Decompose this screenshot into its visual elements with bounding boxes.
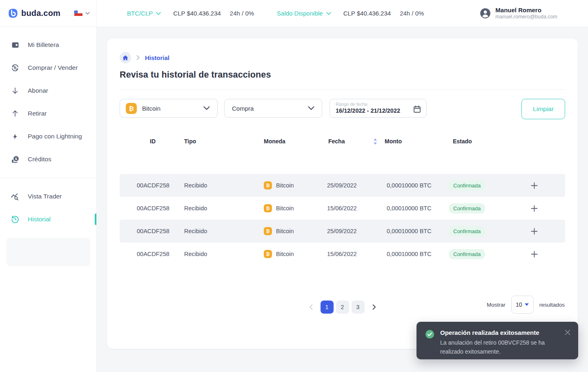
cell-moneda: ₿ Bitcoin <box>264 250 327 258</box>
sidebar-item-vista-trader[interactable]: Vista Trader <box>0 185 96 208</box>
sidebar-item-label: Comprar / Vender <box>28 64 78 71</box>
expand-row-button[interactable] <box>529 249 539 259</box>
sidebar-item-label: Abonar <box>28 87 48 94</box>
chevron-down-icon <box>203 106 210 110</box>
expand-row-button[interactable] <box>529 203 539 214</box>
status-badge: Confirmada <box>449 203 485 214</box>
pagination: 123 Mostrar 10 resultados <box>120 296 565 314</box>
plus-icon <box>531 228 538 235</box>
toast-title: Operación realizada exitosamente <box>440 329 560 337</box>
column-header-id: ID <box>120 138 184 145</box>
sidebar-item-label: Créditos <box>28 156 51 163</box>
sidebar-item-abonar[interactable]: Abonar <box>0 79 96 102</box>
user-email: manuel.romero@buda.com <box>495 14 557 20</box>
cell-estado: Confirmada <box>449 203 528 214</box>
page-size-value: 10 <box>516 301 522 308</box>
arrow-up-icon <box>11 109 19 118</box>
sidebar-item-label: Pago con Lightning <box>28 133 82 140</box>
cell-id: 00ACDF258 <box>120 182 184 189</box>
cell-estado: Confirmada <box>449 180 528 191</box>
buy-sell-exchange-icon: B <box>11 63 20 72</box>
brand[interactable]: buda.com <box>0 0 97 27</box>
cell-tipo: Recibido <box>184 182 264 189</box>
table-row[interactable]: 00ACDF258 Recibido ₿ Bitcoin 25/09/2022 … <box>120 220 565 243</box>
transaction-type-select[interactable]: Compra <box>224 99 322 118</box>
sidebar-item-label: Historial <box>28 216 51 223</box>
breadcrumb: Historial <box>120 52 565 63</box>
filters-bar: ₿ Bitcoin Compra Rango de fecha 16/12/20… <box>120 99 565 119</box>
page-size-select[interactable]: 10 <box>511 296 534 314</box>
title-divider <box>120 89 565 90</box>
sidebar-item-pago-lightning[interactable]: Pago con Lightning <box>0 125 96 148</box>
sidebar: Mi Billetera B Comprar / Vender Abonar R… <box>0 27 97 372</box>
user-menu[interactable]: Manuel Romero manuel.romero@buda.com <box>480 0 557 27</box>
home-icon <box>122 55 128 60</box>
plus-icon <box>531 182 538 189</box>
close-icon <box>564 329 571 336</box>
balance-selector[interactable]: Saldo Disponible <box>277 10 331 17</box>
chevron-right-icon <box>136 55 140 60</box>
previous-page-button[interactable] <box>306 303 316 312</box>
type-select-value: Compra <box>232 105 254 112</box>
page-button-1[interactable]: 1 <box>321 301 334 314</box>
cell-moneda-label: Bitcoin <box>276 228 294 234</box>
chevron-right-icon <box>372 304 376 310</box>
breadcrumb-current[interactable]: Historial <box>145 54 169 61</box>
breadcrumb-home[interactable] <box>120 52 131 63</box>
brand-text: buda.com <box>21 9 60 18</box>
credits-icon: $ <box>11 155 20 164</box>
date-range-value: 16/12/2022 - 21/12/2022 <box>336 107 400 115</box>
table-row[interactable]: 00ACDF258 Recibido ₿ Bitcoin 15/06/2022 … <box>120 197 565 220</box>
clear-filters-button[interactable]: Limpiar <box>521 99 565 119</box>
cell-moneda-label: Bitcoin <box>276 205 294 212</box>
expand-row-button[interactable] <box>529 180 539 191</box>
bitcoin-icon: ₿ <box>264 250 272 258</box>
sidebar-item-historial[interactable]: Historial <box>0 208 96 231</box>
table-header: ID Tipo Moneda Fecha Monto Estado <box>120 134 565 149</box>
pair-price: CLP $40.436.234 <box>173 10 221 17</box>
balance-value: CLP $40.436.234 <box>343 10 391 17</box>
sidebar-item-label: Vista Trader <box>28 193 62 200</box>
column-header-tipo: Tipo <box>184 138 264 145</box>
locale-selector[interactable] <box>74 11 90 16</box>
chevron-down-icon <box>308 106 314 110</box>
market-ticker: BTC/CLP CLP $40.436.234 24h / 0% Saldo D… <box>127 0 424 27</box>
pair-change: 24h / 0% <box>230 10 254 17</box>
buda-logo-icon <box>7 8 18 19</box>
status-badge: Confirmada <box>449 226 485 236</box>
date-range-input[interactable]: Rango de fecha 16/12/2022 - 21/12/2022 <box>330 99 427 118</box>
table-row[interactable]: 00ACDF258 Recibido ₿ Bitcoin 15/06/2022 … <box>120 243 565 265</box>
page-button-3[interactable]: 3 <box>352 301 365 314</box>
cell-tipo: Recibido <box>184 251 264 257</box>
plus-icon <box>531 205 538 212</box>
table-row[interactable]: 00ACDF258 Recibido ₿ Bitcoin 25/09/2022 … <box>120 174 565 197</box>
page-button-2[interactable]: 2 <box>336 301 349 314</box>
page-title: Revisa tu historial de transacciones <box>120 70 565 80</box>
chevron-down-icon <box>156 12 161 15</box>
pair-selector[interactable]: BTC/CLP <box>127 10 161 17</box>
next-page-button[interactable] <box>369 303 379 312</box>
cell-monto: 0,00010000 BTC <box>385 205 449 212</box>
results-label: resultados <box>539 302 565 308</box>
chevron-down-icon <box>326 12 331 15</box>
sort-icon[interactable] <box>373 138 385 145</box>
column-header-moneda: Moneda <box>264 138 327 145</box>
date-range-label: Rango de fecha <box>336 101 400 107</box>
table-body: 00ACDF258 Recibido ₿ Bitcoin 25/09/2022 … <box>120 174 565 265</box>
sidebar-item-mi-billetera[interactable]: Mi Billetera <box>0 33 96 56</box>
success-toast: Operación realizada exitosamente La anul… <box>416 322 578 359</box>
cell-tipo: Recibido <box>184 205 264 212</box>
status-badge: Confirmada <box>449 180 485 191</box>
lightning-icon <box>12 132 18 141</box>
pagination-pages: 123 <box>319 301 366 314</box>
sidebar-item-creditos[interactable]: $ Créditos <box>0 148 96 171</box>
sidebar-item-comprar-vender[interactable]: B Comprar / Vender <box>0 56 96 79</box>
column-header-estado: Estado <box>449 138 528 145</box>
expand-row-button[interactable] <box>529 226 539 236</box>
svg-text:B: B <box>14 66 17 70</box>
avatar-icon <box>480 8 491 19</box>
sidebar-item-retirar[interactable]: Retirar <box>0 102 96 125</box>
currency-select[interactable]: ₿ Bitcoin <box>120 99 218 118</box>
toast-close-button[interactable] <box>563 327 572 337</box>
history-card: Historial Revisa tu historial de transac… <box>107 38 578 349</box>
